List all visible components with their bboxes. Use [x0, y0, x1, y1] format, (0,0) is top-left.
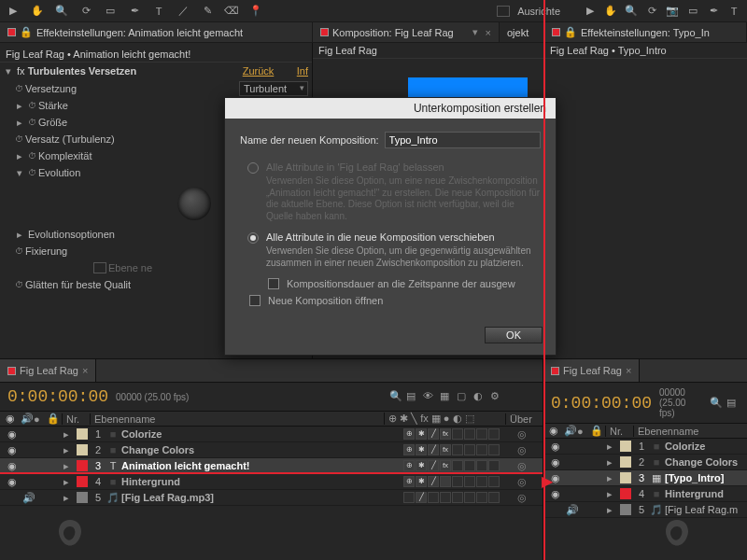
eye-icon[interactable]: ◉	[2, 460, 22, 472]
label-color[interactable]	[77, 460, 88, 471]
stopwatch-icon[interactable]: ⏱	[15, 84, 23, 93]
graph-icon[interactable]: ▤	[406, 390, 419, 403]
label-color[interactable]	[77, 476, 88, 487]
info-link[interactable]: Inf	[297, 65, 308, 77]
disclosure-icon[interactable]: ▸	[63, 460, 75, 472]
search-icon[interactable]: 🔍	[389, 390, 402, 403]
disclosure-icon[interactable]: ▸	[607, 472, 618, 484]
label-color[interactable]	[620, 472, 631, 483]
stopwatch-icon[interactable]: ⏱	[15, 280, 23, 289]
tab-effect-settings-right[interactable]: 🔒 Effekteinstellungen: Typo_In	[544, 22, 747, 42]
layer-row[interactable]: ◉ ▸ 3 T Animation leicht gemacht! ⊕✱╱fx◎	[0, 458, 543, 474]
reset-link[interactable]: Zurück	[243, 65, 275, 77]
pin-tool-icon[interactable]: 📍	[248, 4, 263, 19]
option-move-attributes[interactable]: Alle Attribute in die neue Komposition v…	[247, 231, 541, 244]
rotation-knob[interactable]	[177, 187, 211, 220]
layer-row[interactable]: ◉ ▸ 1 ■ Colorize ⊕✱╱fx◎	[0, 427, 543, 442]
radio-move[interactable]	[247, 232, 259, 244]
disclosure-icon[interactable]: ▸	[607, 488, 618, 500]
tab-project[interactable]: ojekt	[500, 22, 544, 42]
speaker-icon[interactable]: 🔊	[566, 504, 579, 516]
disclosure-icon[interactable]: ▸	[63, 492, 75, 504]
pen-tool2-icon[interactable]: ✒	[706, 4, 721, 19]
disclosure-icon[interactable]: ▸	[15, 100, 24, 112]
layer-row[interactable]: ◉ ▸ 2 ■ Change Colors	[543, 455, 747, 470]
layer-row[interactable]: ◉ ▸ 2 ■ Change Colors ⊕✱╱fx◎	[0, 442, 543, 458]
label-color[interactable]	[77, 444, 88, 455]
hand-tool-icon[interactable]: ✋	[30, 4, 45, 19]
selection-tool2-icon[interactable]: ▶	[583, 4, 598, 19]
rotate-tool-icon[interactable]: ⟳	[78, 4, 93, 19]
stopwatch-icon[interactable]: ⏱	[15, 134, 23, 144]
stopwatch-icon[interactable]: ⏱	[28, 168, 36, 177]
rect-tool2-icon[interactable]: ▭	[685, 4, 700, 19]
search-icon[interactable]: 🔍	[710, 397, 723, 410]
stopwatch-icon[interactable]: ⏱	[28, 101, 36, 110]
stopwatch-icon[interactable]: ⏱	[28, 151, 36, 161]
align-checkbox[interactable]	[497, 6, 510, 17]
label-color[interactable]	[620, 504, 631, 515]
zoom-tool-icon[interactable]: 🔍	[54, 4, 69, 19]
speaker-icon[interactable]: 🔊	[22, 492, 35, 504]
selection-tool-icon[interactable]: ▶	[6, 4, 21, 19]
duration-checkbox-row[interactable]: Kompositionsdauer an die Zeitspanne der …	[268, 278, 541, 289]
rect-tool-icon[interactable]: ▭	[103, 4, 118, 19]
stamp-tool-icon[interactable]: ✎	[200, 4, 215, 19]
label-color[interactable]	[620, 441, 631, 452]
brush-tool-icon[interactable]: ／	[176, 4, 190, 19]
frame-blend-icon[interactable]: ▢	[457, 390, 470, 403]
checkbox-ebene[interactable]	[93, 262, 106, 273]
layer-row[interactable]: 🔊 ▸ 5 🎵 [Fig Leaf Rag.mp3] ╱◎	[0, 490, 543, 506]
disclosure-icon[interactable]: ▸	[63, 476, 75, 488]
disclosure-icon[interactable]: ▸	[15, 150, 24, 162]
timecode[interactable]: 0:00:00:00	[551, 394, 652, 413]
disclosure-icon[interactable]: ▾	[4, 65, 13, 77]
rotate-tool2-icon[interactable]: ⟳	[644, 4, 659, 19]
close-icon[interactable]: ×	[486, 27, 491, 38]
camera-tool-icon[interactable]: 📷	[665, 4, 680, 19]
eraser-tool-icon[interactable]: ⌫	[224, 4, 239, 19]
draft3d-icon[interactable]: ▦	[440, 390, 453, 403]
eye-icon[interactable]: ◉	[545, 441, 566, 453]
hand-tool2-icon[interactable]: ✋	[603, 4, 618, 19]
eye-icon[interactable]: ◉	[2, 428, 22, 441]
tab-dropdown-icon[interactable]: ▾	[472, 26, 478, 38]
shy-icon[interactable]: 👁	[423, 390, 436, 403]
text-tool2-icon[interactable]: T	[726, 4, 741, 19]
layer-row[interactable]: 🔊 ▸ 5 🎵 [Fig Leaf Rag.m	[543, 502, 747, 518]
label-color[interactable]	[620, 456, 631, 468]
disclosure-icon[interactable]: ▸	[15, 117, 24, 129]
disclosure-icon[interactable]: ▾	[15, 167, 24, 179]
layer-row[interactable]: ◉ ▸ 1 ■ Colorize	[543, 439, 747, 455]
ok-button[interactable]: OK	[485, 327, 543, 343]
timecode[interactable]: 0:00:00:00	[7, 387, 108, 406]
comp-viewer[interactable]	[313, 59, 544, 102]
layer-row[interactable]: ◉ ▸ 4 ■ Hintergrund	[543, 486, 747, 502]
stopwatch-icon[interactable]: ⏱	[15, 246, 23, 256]
graph-icon[interactable]: ▤	[726, 397, 740, 410]
stopwatch-icon[interactable]: ⏱	[28, 118, 36, 127]
dropdown-versetzung[interactable]: Turbulent	[239, 81, 308, 96]
tab-composition[interactable]: Komposition: Fig Leaf Rag ▾ ×	[313, 22, 500, 42]
disclosure-icon[interactable]: ▸	[607, 456, 618, 469]
pen-tool-icon[interactable]: ✒	[127, 4, 142, 19]
open-checkbox-row[interactable]: Neue Komposition öffnen	[249, 295, 541, 306]
label-color[interactable]	[620, 488, 631, 499]
text-tool-icon[interactable]: T	[151, 4, 166, 19]
layer-row[interactable]: ◉ ▸ 3 ▦ [Typo_Intro]	[543, 470, 747, 486]
timeline-tab[interactable]: Fig Leaf Rag ×	[543, 359, 640, 382]
motion-blur-icon[interactable]: ◐	[473, 390, 486, 403]
close-icon[interactable]: ×	[626, 365, 631, 376]
label-color[interactable]	[77, 492, 88, 503]
checkbox-open[interactable]	[249, 295, 261, 306]
comp-name-input[interactable]	[385, 132, 541, 148]
eye-icon[interactable]: ◉	[2, 444, 22, 456]
tab-effect-settings-left[interactable]: 🔒 Effekteinstellungen: Animation leicht …	[0, 22, 313, 42]
disclosure-icon[interactable]: ▸	[63, 444, 75, 456]
label-color[interactable]	[77, 428, 88, 440]
brainstorm-icon[interactable]: ⚙	[490, 390, 503, 403]
disclosure-icon[interactable]: ▸	[607, 504, 618, 516]
disclosure-icon[interactable]: ▸	[15, 229, 24, 241]
close-icon[interactable]: ×	[82, 365, 88, 376]
zoom-tool2-icon[interactable]: 🔍	[624, 4, 639, 19]
